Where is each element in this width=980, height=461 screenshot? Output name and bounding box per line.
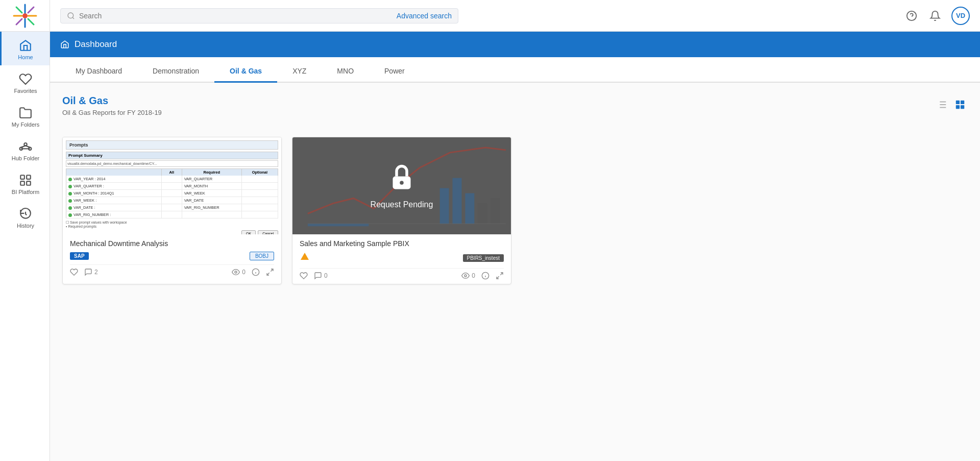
card-1-comment-button[interactable]: 2 [84, 268, 98, 276]
view-grid-button[interactable] [952, 97, 968, 112]
heart-action-icon-2 [300, 272, 308, 280]
heart-action-icon [70, 268, 78, 276]
sidebar-item-bi-platform[interactable]: BI Platform [0, 166, 50, 200]
sap-footer: ☐ Save prompt values with workspace • Re… [66, 221, 278, 228]
help-icon-button[interactable] [904, 9, 919, 23]
svg-rect-29 [956, 101, 960, 104]
svg-point-0 [22, 13, 28, 18]
svg-point-19 [68, 13, 74, 18]
advanced-search-link[interactable]: Advanced search [397, 12, 452, 20]
card-1-info-button[interactable] [252, 268, 260, 276]
search-input[interactable] [79, 12, 393, 20]
svg-point-47 [400, 181, 404, 185]
section-title-group: Oil & Gas Oil & Gas Reports for FY 2018-… [62, 95, 162, 127]
user-avatar[interactable]: VD [951, 7, 970, 25]
lock-icon [386, 162, 417, 195]
card-1-like-button[interactable] [70, 268, 78, 276]
grid-view-icon [954, 99, 966, 110]
svg-line-53 [500, 273, 503, 275]
padlock-icon [386, 162, 417, 193]
card-2-actions: 0 0 [300, 268, 504, 281]
eye-icon-2 [461, 272, 470, 280]
table-row: VAR_WEEK : VAR_DATE [66, 197, 278, 204]
svg-line-6 [28, 19, 34, 25]
search-icon [67, 12, 75, 20]
card-2-view-count: 0 [472, 272, 475, 279]
card-2-tags: PBIRS_instest [300, 252, 504, 264]
card-1-expand-button[interactable] [266, 268, 274, 276]
locked-thumbnail: Request Pending [292, 137, 511, 234]
lock-overlay: Request Pending [371, 162, 433, 209]
card-1-tags: SAP BOBJ [70, 252, 274, 260]
svg-rect-30 [961, 101, 964, 104]
svg-rect-15 [20, 175, 24, 179]
table-row: VAR_RIG_NUMBER : [66, 211, 278, 219]
svg-rect-32 [961, 105, 964, 109]
view-toggle [934, 97, 968, 112]
tab-demonstration[interactable]: Demonstration [137, 61, 214, 83]
section-subtitle: Oil & Gas Reports for FY 2018-19 [62, 109, 162, 116]
dashboard-title: Dashboard [75, 39, 117, 50]
sidebar-item-history[interactable]: History [0, 200, 50, 234]
sidebar-hub-label: Hub Folder [12, 155, 39, 161]
svg-line-13 [26, 145, 30, 147]
card-1-body: Mechanical Downtime Analysis SAP BOBJ [63, 234, 281, 280]
card-1-thumbnail[interactable]: Prompts Prompt Summary visualbi.demodata… [63, 137, 281, 234]
sap-prompt-preview: Prompts Prompt Summary visualbi.demodata… [63, 137, 281, 234]
card-mechanical-downtime: Prompts Prompt Summary visualbi.demodata… [62, 137, 282, 284]
card-sales-marketing: Request Pending Sales and Marketing Samp… [292, 137, 511, 284]
svg-rect-16 [27, 175, 31, 179]
sidebar-item-home[interactable]: Home [0, 32, 50, 65]
card-1-comment-count: 2 [94, 269, 98, 276]
folder-icon [19, 106, 32, 119]
card-2-expand-button[interactable] [496, 272, 504, 280]
card-2-thumbnail[interactable]: Request Pending [292, 137, 511, 234]
request-pending-label: Request Pending [371, 200, 433, 209]
svg-rect-40 [453, 178, 462, 224]
sidebar-folders-label: My Folders [12, 122, 39, 128]
sap-ok-button[interactable]: OK [241, 230, 256, 234]
hub-folder-icon [19, 140, 32, 153]
sap-title-bar: Prompts [66, 140, 278, 150]
svg-rect-43 [491, 198, 500, 224]
tab-xyz[interactable]: XYZ [277, 61, 322, 83]
sidebar-favorites-label: Favorites [14, 88, 37, 94]
svg-line-20 [72, 17, 74, 19]
view-list-button[interactable] [934, 97, 949, 112]
card-2-views: 0 [461, 272, 475, 280]
svg-line-54 [497, 276, 499, 279]
card-2-comment-button[interactable]: 0 [314, 272, 328, 280]
svg-rect-18 [27, 181, 31, 185]
svg-line-37 [271, 269, 273, 272]
expand-icon [266, 268, 274, 276]
help-icon [906, 10, 917, 21]
card-1-view-count: 0 [242, 269, 246, 276]
sidebar-item-favorites[interactable]: Favorites [0, 65, 50, 99]
table-row: VAR_QUARTER : VAR_MONTH [66, 183, 278, 190]
home-icon [19, 39, 32, 52]
table-row: VAR_YEAR : 2014 VAR_QUARTER [66, 176, 278, 183]
svg-rect-41 [465, 193, 474, 224]
tab-power[interactable]: Power [369, 61, 420, 83]
card-1-tag-left: SAP [70, 252, 89, 260]
card-2-like-button[interactable] [300, 272, 308, 280]
notification-icon-button[interactable] [928, 9, 942, 23]
sidebar-item-my-folders[interactable]: My Folders [0, 99, 50, 133]
card-2-tag-right: PBIRS_instest [463, 254, 504, 262]
heart-icon [19, 72, 32, 86]
card-2-info-button[interactable] [481, 272, 489, 280]
cards-grid: Prompts Prompt Summary visualbi.demodata… [62, 137, 968, 284]
svg-line-7 [28, 7, 34, 13]
tab-oil-gas[interactable]: Oil & Gas [214, 61, 277, 83]
card-1-title: Mechanical Downtime Analysis [70, 239, 274, 248]
tab-my-dashboard[interactable]: My Dashboard [60, 61, 137, 83]
eye-icon [232, 268, 240, 276]
info-icon [252, 268, 260, 276]
sap-cancel-button[interactable]: Cancel [258, 230, 278, 234]
tab-mno[interactable]: MNO [322, 61, 369, 83]
sidebar-item-hub-folder[interactable]: Hub Folder [0, 133, 50, 166]
sidebar-nav: Home Favorites My Folders [0, 32, 50, 461]
sidebar-bi-platform-label: BI Platform [12, 189, 39, 195]
sidebar-history-label: History [17, 223, 34, 229]
svg-line-5 [16, 7, 22, 13]
